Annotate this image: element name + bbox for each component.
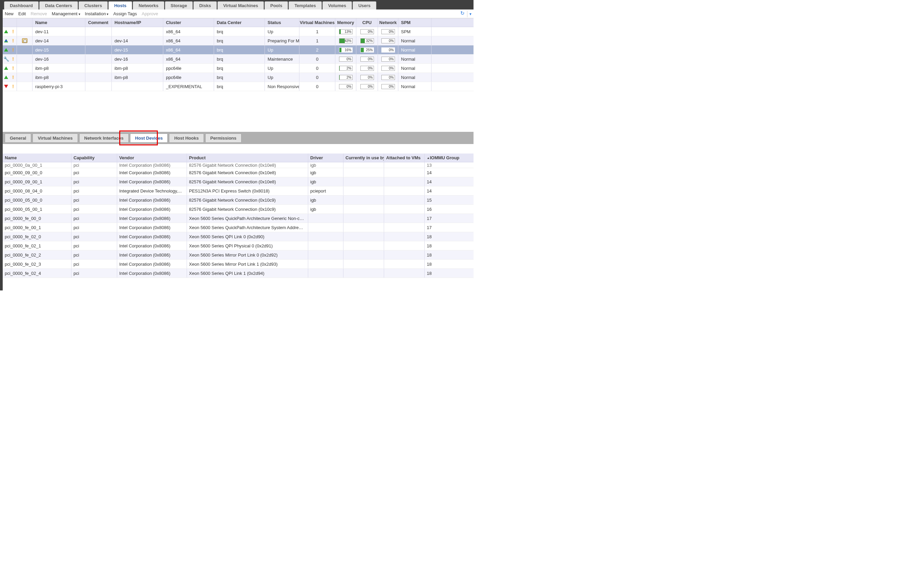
dev-vendor: Intel Corporation (0x8086) (117, 214, 187, 223)
host-cluster: x86_64 (163, 45, 214, 54)
col-hostname[interactable]: Hostname/IP (112, 18, 163, 27)
host-vms: 0 (299, 64, 335, 73)
host-status: Preparing For Ma (265, 36, 299, 45)
detail-tab-permissions[interactable]: Permissions (205, 133, 241, 143)
device-row[interactable]: pci_0000_08_04_0pciIntegrated Device Tec… (3, 186, 473, 196)
edit-button[interactable]: Edit (18, 11, 26, 16)
main-tab-dashboard[interactable]: Dashboard (4, 2, 39, 9)
host-row[interactable]: !dev-11x86_64brqUp113%0%0%SPM (3, 27, 473, 36)
device-row[interactable]: pci_0000_fe_02_1pciIntel Corporation (0x… (3, 241, 473, 251)
col-dev-driver[interactable]: Driver (308, 154, 344, 162)
col-spm[interactable]: SPM (398, 18, 431, 27)
percent-gauge: 0% (381, 38, 395, 43)
status-up-icon (4, 66, 8, 70)
col-dev-product[interactable]: Product (187, 154, 308, 162)
device-row[interactable]: pci_0000_09_00_0pciIntel Corporation (0x… (3, 168, 473, 177)
dev-driver (308, 214, 344, 223)
new-button[interactable]: New (5, 11, 14, 16)
col-status[interactable]: Status (265, 18, 299, 27)
device-row[interactable]: pci_0000_fe_00_1pciIntel Corporation (0x… (3, 223, 473, 232)
host-name: dev-16 (33, 54, 85, 63)
main-tab-volumes[interactable]: Volumes (323, 2, 352, 9)
dev-attached (384, 177, 425, 186)
device-row[interactable]: pci_0000_09_00_1pciIntel Corporation (0x… (3, 177, 473, 186)
status-up-icon (4, 76, 8, 79)
dev-name: pci_0000_fe_02_2 (3, 251, 71, 259)
detail-tab-virtual-machines[interactable]: Virtual Machines (33, 133, 78, 143)
host-status: Maintenance (265, 54, 299, 63)
dev-inuseby (344, 269, 384, 278)
col-network[interactable]: Network (378, 18, 398, 27)
dev-driver: pcieport (308, 186, 344, 195)
dev-name: pci_0000_05_00_1 (3, 205, 71, 213)
host-vms: 0 (299, 73, 335, 82)
dev-driver (308, 241, 344, 250)
refresh-icon[interactable] (460, 11, 466, 17)
assign-tags-button[interactable]: Assign Tags (113, 11, 137, 16)
percent-gauge: 0% (360, 84, 374, 89)
main-tab-hosts[interactable]: Hosts (109, 2, 132, 9)
dev-iommu: 14 (425, 168, 473, 177)
dev-inuseby (344, 186, 384, 195)
host-row[interactable]: 🔧!dev-16dev-16x86_64brqMaintenance00%0%0… (3, 54, 473, 64)
main-tab-virtual-machines[interactable]: Virtual Machines (217, 2, 264, 9)
dev-attached (384, 186, 425, 195)
device-row[interactable]: pci_0000_fe_02_2pciIntel Corporation (0x… (3, 251, 473, 260)
dev-product: 82576 Gigabit Network Connection (0x10e8… (187, 162, 308, 168)
device-row[interactable]: pci_0000_fe_02_0pciIntel Corporation (0x… (3, 232, 473, 241)
main-tab-networks[interactable]: Networks (133, 2, 164, 9)
col-datacenter[interactable]: Data Center (214, 18, 265, 27)
dev-driver (308, 269, 344, 278)
col-dev-vendor[interactable]: Vendor (117, 154, 187, 162)
dev-inuseby (344, 196, 384, 204)
main-tab-disks[interactable]: Disks (193, 2, 217, 9)
host-spm: Normal (398, 45, 431, 54)
dev-attached (384, 196, 425, 204)
device-row[interactable]: pci_0000_fe_00_0pciIntel Corporation (0x… (3, 214, 473, 223)
host-row[interactable]: !dev-15dev-15x86_64brqUp216%25%0%Normal (3, 45, 473, 54)
approve-button[interactable]: Approve (142, 11, 158, 16)
cd-icon (22, 38, 27, 43)
col-dev-capability[interactable]: Capability (71, 154, 117, 162)
installation-menu[interactable]: Installation (85, 11, 109, 16)
main-tab-storage[interactable]: Storage (165, 2, 193, 9)
management-menu[interactable]: Management (52, 11, 80, 16)
col-cpu[interactable]: CPU (356, 18, 378, 27)
device-row[interactable]: pci_0000_fe_02_3pciIntel Corporation (0x… (3, 260, 473, 269)
dev-product: Xeon 5600 Series QuickPath Architecture … (187, 223, 308, 232)
col-dev-inuseby[interactable]: Currently in use by (344, 154, 384, 162)
detail-tab-host-devices[interactable]: Host Devices (130, 133, 168, 143)
dev-capability: pci (71, 251, 117, 259)
device-row[interactable]: pci_0000_05_00_1pciIntel Corporation (0x… (3, 205, 473, 214)
dev-name: pci_0000_08_04_0 (3, 186, 71, 195)
detail-tab-general[interactable]: General (5, 133, 31, 143)
detail-tab-host-hooks[interactable]: Host Hooks (169, 133, 203, 143)
col-comment[interactable]: Comment (85, 18, 112, 27)
host-row[interactable]: !ibm-p8ibm-p8ppc64lebrqUp02%0%0%Normal (3, 73, 473, 82)
dev-iommu: 13 (425, 162, 473, 168)
col-vms[interactable]: Virtual Machines (299, 18, 335, 27)
main-tab-clusters[interactable]: Clusters (78, 2, 108, 9)
col-dev-name[interactable]: Name (3, 154, 71, 162)
col-dev-iommu[interactable]: IOMMU Group (425, 154, 473, 162)
main-tab-templates[interactable]: Templates (289, 2, 321, 9)
device-row[interactable]: pci_0000_fe_02_4pciIntel Corporation (0x… (3, 269, 473, 278)
percent-gauge: 0% (381, 47, 395, 53)
col-name[interactable]: Name (33, 18, 85, 27)
detail-tab-network-interfaces[interactable]: Network Interfaces (79, 133, 129, 143)
main-tab-data-centers[interactable]: Data Centers (39, 2, 78, 9)
device-row[interactable]: pci_0000_0a_00_1pciIntel Corporation (0x… (3, 162, 473, 168)
remove-button[interactable]: Remove (30, 11, 47, 16)
col-cluster[interactable]: Cluster (163, 18, 214, 27)
main-tab-pools[interactable]: Pools (265, 2, 288, 9)
col-memory[interactable]: Memory (335, 18, 356, 27)
device-row[interactable]: pci_0000_05_00_0pciIntel Corporation (0x… (3, 196, 473, 205)
host-name: ibm-p8 (33, 73, 85, 82)
host-row[interactable]: !raspberry-pi-3_EXPERIMENTALbrqNon Respo… (3, 82, 473, 91)
host-row[interactable]: !ibm-p8ibm-p8ppc64lebrqUp02%0%0%Normal (3, 64, 473, 73)
host-row[interactable]: !dev-14dev-14x86_64brqPreparing For Ma14… (3, 36, 473, 45)
refresh-dropdown-icon[interactable]: ▼ (469, 12, 472, 16)
host-name: ibm-p8 (33, 64, 85, 73)
main-tab-users[interactable]: Users (353, 2, 376, 9)
col-dev-attached[interactable]: Attached to VMs (384, 154, 425, 162)
